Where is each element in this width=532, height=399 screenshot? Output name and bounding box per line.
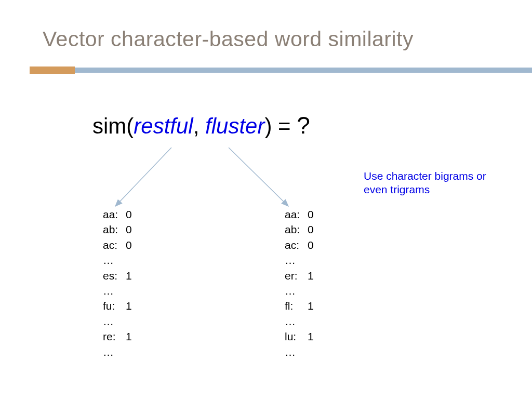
formula-suffix: ) = xyxy=(264,114,297,138)
vector-row: … xyxy=(103,314,132,329)
vector-row: fu:1 xyxy=(103,298,132,313)
vector-value: 1 xyxy=(126,329,132,344)
vector-value: 1 xyxy=(308,298,314,313)
arrow-right-icon xyxy=(229,148,288,206)
vector-key: fu: xyxy=(103,298,126,313)
vector-key: … xyxy=(103,344,126,360)
vector-value: 1 xyxy=(126,268,132,283)
vector-row: … xyxy=(285,252,314,268)
vector-key: er: xyxy=(285,268,308,283)
vector-key: … xyxy=(285,283,308,298)
vector-key: ab: xyxy=(285,222,308,237)
bigram-vector-fluster: aa:0ab:0ac:0…er:1…fl:1…lu:1… xyxy=(285,207,314,360)
title-divider xyxy=(0,66,532,74)
vector-key: ac: xyxy=(103,237,126,252)
vector-key: aa: xyxy=(103,207,126,222)
vector-value: 0 xyxy=(126,222,132,237)
vector-row: fl:1 xyxy=(285,298,314,313)
vector-row: lu:1 xyxy=(285,329,314,344)
formula-sep: , xyxy=(193,114,205,138)
bigram-vector-restful: aa:0ab:0ac:0…es:1…fu:1…re:1… xyxy=(103,207,132,360)
vector-row: … xyxy=(285,283,314,298)
vector-value: 1 xyxy=(308,329,314,344)
vector-value: 0 xyxy=(126,237,132,252)
formula-prefix: sim( xyxy=(92,114,134,138)
vector-key: es: xyxy=(103,268,126,283)
side-note: Use character bigrams or even trigrams xyxy=(364,169,509,197)
similarity-formula: sim(restful, fluster) = ? xyxy=(92,111,310,139)
vector-row: es:1 xyxy=(103,268,132,283)
arrow-left-icon xyxy=(115,148,171,206)
divider-accent xyxy=(30,66,75,74)
vector-key: ac: xyxy=(285,237,308,252)
formula-result: ? xyxy=(297,112,310,139)
vector-row: … xyxy=(285,344,314,360)
vector-value: 1 xyxy=(308,268,314,283)
vector-key: … xyxy=(103,314,126,329)
vector-key: … xyxy=(285,344,308,360)
vector-row: … xyxy=(103,252,132,268)
vector-key: … xyxy=(103,283,126,298)
formula-word1: restful xyxy=(134,114,193,138)
vector-row: … xyxy=(103,283,132,298)
vector-row: ab:0 xyxy=(103,222,132,237)
arrows xyxy=(94,147,343,214)
vector-key: ab: xyxy=(103,222,126,237)
vector-key: … xyxy=(285,314,308,329)
vector-row: re:1 xyxy=(103,329,132,344)
vector-value: 1 xyxy=(126,298,132,313)
divider-bar xyxy=(75,68,532,73)
vector-row: ac:0 xyxy=(103,237,132,252)
vector-key: aa: xyxy=(285,207,308,222)
vector-value: 0 xyxy=(308,237,314,252)
vector-row: … xyxy=(103,344,132,360)
vector-key: … xyxy=(103,252,126,268)
vector-value: 0 xyxy=(126,207,132,222)
vector-row: ab:0 xyxy=(285,222,314,237)
vector-key: re: xyxy=(103,329,126,344)
vector-row: aa:0 xyxy=(103,207,132,222)
vector-key: … xyxy=(285,252,308,268)
vector-value: 0 xyxy=(308,222,314,237)
vector-key: fl: xyxy=(285,298,308,313)
vector-row: aa:0 xyxy=(285,207,314,222)
slide-title: Vector character-based word similarity xyxy=(43,27,414,51)
formula-word2: fluster xyxy=(205,114,264,138)
vector-row: ac:0 xyxy=(285,237,314,252)
vector-value: 0 xyxy=(308,207,314,222)
vector-row: … xyxy=(285,314,314,329)
vector-row: er:1 xyxy=(285,268,314,283)
vector-key: lu: xyxy=(285,329,308,344)
